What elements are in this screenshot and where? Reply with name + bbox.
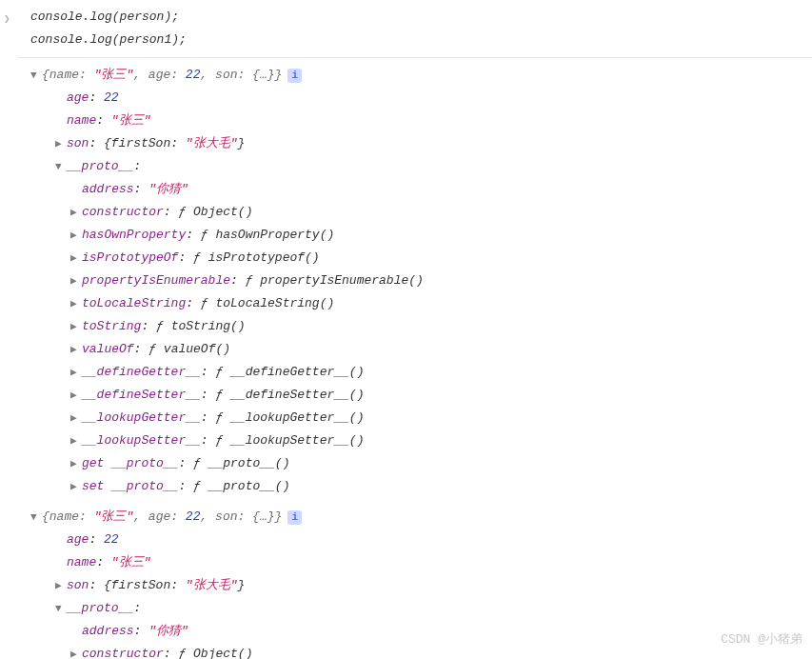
object-summary[interactable]: { name: "张三" , age: 22 , son: {…} } i (30, 64, 812, 87)
expand-arrow-icon[interactable] (70, 429, 82, 452)
prop-constructor[interactable]: constructor: ƒ Object() (30, 643, 812, 659)
expand-arrow-icon[interactable] (55, 132, 67, 155)
expand-arrow-icon[interactable] (70, 338, 82, 361)
prop-name[interactable]: name: "张三" (30, 110, 812, 132)
expand-arrow-icon[interactable] (70, 384, 82, 407)
console-output: console.log(person); console.log(person1… (0, 0, 812, 659)
prop-age[interactable]: age: 22 (30, 529, 812, 551)
value: __proto__() (208, 452, 290, 475)
function-icon: ƒ (215, 384, 230, 407)
key: propertyIsEnumerable (82, 270, 230, 292)
expand-arrow-icon[interactable] (70, 224, 82, 247)
sep: , (133, 506, 149, 529)
value: "你猜" (149, 178, 188, 201)
value: propertyIsEnumerable() (260, 270, 424, 292)
prop-address[interactable]: address: "你猜" (30, 178, 812, 201)
expand-arrow-icon[interactable] (70, 643, 82, 659)
expand-arrow-icon[interactable] (55, 155, 67, 178)
object-tree-1: { name: "张三" , age: 22 , son: {…} } i ag… (17, 64, 812, 498)
function-icon: ƒ (215, 361, 230, 384)
key: son (67, 574, 89, 597)
expand-arrow-icon[interactable] (55, 574, 67, 597)
expand-arrow-icon[interactable] (70, 247, 82, 270)
value: Object() (193, 201, 252, 224)
prop-propertyisenumerable[interactable]: propertyIsEnumerable: ƒ propertyIsEnumer… (30, 270, 812, 292)
function-icon: ƒ (201, 292, 216, 315)
value: 22 (104, 529, 119, 551)
prop-get-proto[interactable]: get __proto__: ƒ __proto__() (30, 452, 812, 475)
expand-arrow-icon[interactable] (55, 597, 67, 620)
prop-hasownproperty[interactable]: hasOwnProperty: ƒ hasOwnProperty() (30, 224, 812, 247)
prop-tostring[interactable]: toString: ƒ toString() (30, 315, 812, 338)
expand-arrow-icon[interactable] (70, 475, 82, 498)
prop-son[interactable]: son: {firstSon: "张大毛"} (30, 132, 812, 155)
prop-son[interactable]: son: {firstSon: "张大毛"} (30, 574, 812, 597)
key: __defineGetter__ (82, 361, 201, 384)
prop-valueof[interactable]: valueOf: ƒ valueOf() (30, 338, 812, 361)
object-tree-2: { name: "张三" , age: 22 , son: {…} } i ag… (17, 506, 812, 659)
divider (17, 57, 812, 58)
function-icon: ƒ (193, 475, 208, 498)
prop-definesetter[interactable]: __defineSetter__: ƒ __defineSetter__() (30, 384, 812, 407)
expand-arrow-icon[interactable] (70, 201, 82, 224)
summary-son-val: {…} (245, 506, 274, 529)
value: toLocaleString() (215, 292, 334, 315)
value: __defineGetter__() (230, 361, 364, 384)
brace: { (42, 64, 50, 87)
value: __lookupSetter__() (230, 429, 364, 452)
summary-name-key: name: (50, 506, 87, 529)
watermark: CSDN @小猪弟 (721, 629, 802, 651)
prop-constructor[interactable]: constructor: ƒ Object() (30, 201, 812, 224)
value: {firstSon: (104, 132, 186, 155)
prop-set-proto[interactable]: set __proto__: ƒ __proto__() (30, 475, 812, 498)
key: get __proto__ (82, 452, 178, 475)
key: __defineSetter__ (82, 384, 201, 407)
prop-proto[interactable]: __proto__: (30, 597, 812, 620)
summary-age-key: age: (149, 64, 178, 87)
key: name (67, 110, 96, 132)
prop-lookupsetter[interactable]: __lookupSetter__: ƒ __lookupSetter__() (30, 429, 812, 452)
prompt-icon: ❯ (4, 8, 10, 30)
summary-name-key: name: (50, 64, 87, 87)
key: toLocaleString (82, 292, 186, 315)
expand-arrow-icon[interactable] (70, 361, 82, 384)
code-line-1: console.log(person); (17, 6, 812, 29)
prop-tolocalestring[interactable]: toLocaleString: ƒ toLocaleString() (30, 292, 812, 315)
function-icon: ƒ (215, 429, 230, 452)
expand-arrow-icon[interactable] (70, 407, 82, 429)
object-summary[interactable]: { name: "张三" , age: 22 , son: {…} } i (30, 506, 812, 529)
summary-son-key: son: (215, 64, 245, 87)
prop-age[interactable]: age: 22 (30, 87, 812, 110)
expand-arrow-icon[interactable] (70, 292, 82, 315)
summary-son-val: {…} (245, 64, 274, 87)
expand-arrow-icon[interactable] (70, 315, 82, 338)
sep: , (200, 64, 215, 87)
key: address (82, 178, 134, 201)
key: age (67, 529, 89, 551)
prop-proto[interactable]: __proto__: (30, 155, 812, 178)
expand-arrow-icon[interactable] (30, 64, 42, 87)
value: hasOwnProperty() (215, 224, 334, 247)
info-icon[interactable]: i (287, 510, 302, 525)
summary-age-val: 22 (178, 64, 200, 87)
expand-arrow-icon[interactable] (70, 452, 82, 475)
prop-isprototypeof[interactable]: isPrototypeOf: ƒ isPrototypeof() (30, 247, 812, 270)
prop-name[interactable]: name: "张三" (30, 551, 812, 574)
prop-lookupgetter[interactable]: __lookupGetter__: ƒ __lookupGetter__() (30, 407, 812, 429)
function-icon: ƒ (201, 224, 216, 247)
function-icon: ƒ (178, 643, 193, 659)
key: constructor (82, 643, 164, 659)
function-icon: ƒ (193, 247, 208, 270)
expand-arrow-icon[interactable] (70, 270, 82, 292)
key: son (67, 132, 89, 155)
expand-arrow-icon[interactable] (30, 506, 42, 529)
code-line-2: console.log(person1); (17, 29, 812, 51)
info-icon[interactable]: i (287, 69, 302, 83)
prop-address[interactable]: address: "你猜" (30, 620, 812, 643)
value: __lookupGetter__() (230, 407, 364, 429)
value: __defineSetter__() (230, 384, 364, 407)
key: name (67, 551, 96, 574)
function-icon: ƒ (156, 315, 171, 338)
prop-definegetter[interactable]: __defineGetter__: ƒ __defineGetter__() (30, 361, 812, 384)
function-icon: ƒ (178, 201, 193, 224)
